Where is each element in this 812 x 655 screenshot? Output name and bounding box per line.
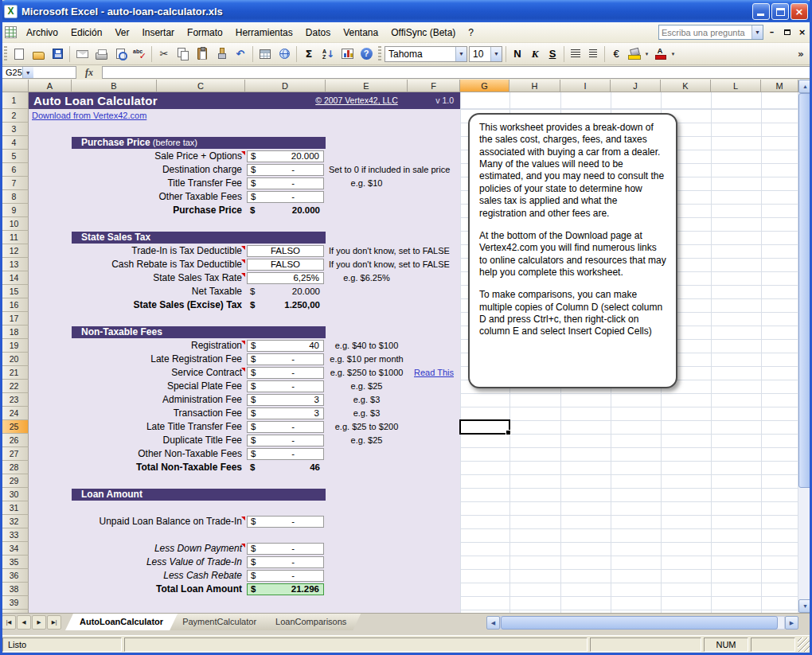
toolbar-options-button[interactable]: » xyxy=(791,45,810,64)
insert-table-button[interactable] xyxy=(256,45,275,64)
row-header-34[interactable]: 34 xyxy=(0,542,29,556)
select-all-corner[interactable] xyxy=(0,80,29,92)
column-header-B[interactable]: B xyxy=(72,80,157,92)
row-header-23[interactable]: 23 xyxy=(0,393,29,407)
menu-formato[interactable]: Formato xyxy=(181,24,229,41)
title-bar[interactable]: X Microsoft Excel - auto-loan-calculator… xyxy=(0,0,812,22)
row-header-32[interactable]: 32 xyxy=(0,515,29,528)
row-header-19[interactable]: 19 xyxy=(0,339,29,353)
standard-toolbar-grip[interactable] xyxy=(4,46,7,62)
font-color-button[interactable]: A xyxy=(651,45,669,63)
row-header-15[interactable]: 15 xyxy=(0,285,29,298)
font-name-dropdown-icon[interactable]: ▼ xyxy=(455,47,467,61)
row-header-2[interactable]: 2 xyxy=(0,109,29,123)
row-header-10[interactable]: 10 xyxy=(0,217,29,231)
format-painter-button[interactable] xyxy=(212,45,231,64)
row-header-38[interactable]: 38 xyxy=(0,583,29,596)
row-header-25[interactable]: 25 xyxy=(0,420,29,434)
question-dropdown-icon[interactable]: ▼ xyxy=(751,25,763,39)
cut-button[interactable] xyxy=(154,45,174,64)
row-header-14[interactable]: 14 xyxy=(0,271,29,285)
insert-hyperlink-button[interactable] xyxy=(275,45,294,64)
duplicate-title-fee-input[interactable]: $- xyxy=(247,435,324,446)
formula-input[interactable] xyxy=(102,66,811,79)
new-document-button[interactable] xyxy=(10,45,29,64)
menu-datos[interactable]: Datos xyxy=(299,24,337,41)
menu-insertar[interactable]: Insertar xyxy=(135,24,181,41)
row-header-24[interactable]: 24 xyxy=(0,407,29,420)
column-header-M[interactable]: M xyxy=(761,80,798,92)
next-sheet-button[interactable]: ▶ xyxy=(32,615,46,630)
print-button[interactable] xyxy=(92,45,111,64)
less-down-payment-input[interactable]: $- xyxy=(247,543,324,555)
copyright-link[interactable]: © 2007 Vertex42, LLC xyxy=(307,92,406,109)
selected-cell-G25[interactable] xyxy=(459,419,510,435)
column-header-G[interactable]: G xyxy=(460,80,509,92)
vertical-scroll-track[interactable] xyxy=(798,93,812,599)
row-header-21[interactable]: 21 xyxy=(0,366,29,380)
previous-sheet-button[interactable]: ◀ xyxy=(17,615,31,630)
row-header-1[interactable]: 1 xyxy=(0,92,29,109)
row-header-35[interactable]: 35 xyxy=(0,556,29,569)
worksheet-grid[interactable]: Auto Loan Calculator© 2007 Vertex42, LLC… xyxy=(29,92,798,613)
column-header-E[interactable]: E xyxy=(326,80,408,92)
menu-edici-n[interactable]: Edición xyxy=(64,24,108,41)
minimize-button[interactable] xyxy=(752,3,770,20)
read-this-link[interactable]: Read This xyxy=(409,366,459,380)
menu-[interactable]: ? xyxy=(462,24,480,41)
trade-in-is-tax-deductible-input[interactable]: FALSO xyxy=(247,245,324,257)
row-header-36[interactable]: 36 xyxy=(0,569,29,583)
print-preview-button[interactable] xyxy=(111,45,130,64)
menu-ventana[interactable]: Ventana xyxy=(337,24,385,41)
sort-ascending-button[interactable] xyxy=(318,45,338,64)
align-center-button[interactable] xyxy=(584,45,602,63)
row-header-31[interactable]: 31 xyxy=(0,501,29,515)
open-folder-button[interactable] xyxy=(29,45,48,64)
insert-function-button[interactable]: fx xyxy=(79,66,100,79)
registration-input[interactable]: $40 xyxy=(247,340,324,352)
row-header-6[interactable]: 6 xyxy=(0,163,29,177)
column-header-L[interactable]: L xyxy=(711,80,761,92)
menu-herramientas[interactable]: Herramientas xyxy=(229,24,299,41)
copy-button[interactable] xyxy=(174,45,193,64)
scroll-up-button[interactable]: ▲ xyxy=(798,80,812,93)
horizontal-scrollbar[interactable]: ◀ ▶ xyxy=(486,616,798,630)
row-header-18[interactable]: 18 xyxy=(0,326,29,339)
vertical-scrollbar[interactable]: ▲ ▼ xyxy=(798,80,812,613)
row-header-28[interactable]: 28 xyxy=(0,461,29,474)
row-header-27[interactable]: 27 xyxy=(0,447,29,461)
spelling-button[interactable] xyxy=(130,45,149,64)
row-header-3[interactable]: 3 xyxy=(0,123,29,136)
row-header-20[interactable]: 20 xyxy=(0,353,29,366)
other-non-taxable-fees-input[interactable]: $- xyxy=(247,448,324,460)
administration-fee-input[interactable]: $3 xyxy=(247,394,324,406)
late-registration-fee-input[interactable]: $- xyxy=(247,353,324,365)
column-header-F[interactable]: F xyxy=(408,80,460,92)
special-plate-fee-input[interactable]: $- xyxy=(247,380,324,392)
total-loan-amount-input[interactable]: $21.296 xyxy=(247,583,324,595)
underline-button[interactable]: S xyxy=(544,45,561,63)
menu-ver[interactable]: Ver xyxy=(108,24,135,41)
font-size-select[interactable]: 10 ▼ xyxy=(469,46,502,62)
row-header-9[interactable]: 9 xyxy=(0,204,29,217)
download-link[interactable]: Download from Vertex42.com xyxy=(32,109,146,123)
name-box-dropdown-icon[interactable]: ▼ xyxy=(22,67,33,78)
unpaid-loan-balance-on-trade-in-input[interactable]: $- xyxy=(247,516,324,528)
row-header-33[interactable]: 33 xyxy=(0,528,29,542)
row-header-12[interactable]: 12 xyxy=(0,244,29,258)
state-sales-tax-rate-input[interactable]: 6,25% xyxy=(247,272,324,284)
workbook-close-button[interactable]: × xyxy=(795,26,809,39)
row-header-8[interactable]: 8 xyxy=(0,190,29,204)
column-header-C[interactable]: C xyxy=(157,80,245,92)
maximize-button[interactable] xyxy=(771,3,789,20)
autosum-button[interactable] xyxy=(299,45,318,64)
column-header-J[interactable]: J xyxy=(611,80,661,92)
service-contract-input[interactable]: $- xyxy=(247,367,324,379)
close-button[interactable]: × xyxy=(791,3,808,20)
horizontal-scroll-track[interactable] xyxy=(500,616,785,630)
resize-grip[interactable] xyxy=(798,637,810,652)
row-header-4[interactable]: 4 xyxy=(0,136,29,150)
paste-button[interactable] xyxy=(193,45,212,64)
other-taxable-fees-input[interactable]: $- xyxy=(247,191,324,203)
column-header-D[interactable]: D xyxy=(245,80,326,92)
